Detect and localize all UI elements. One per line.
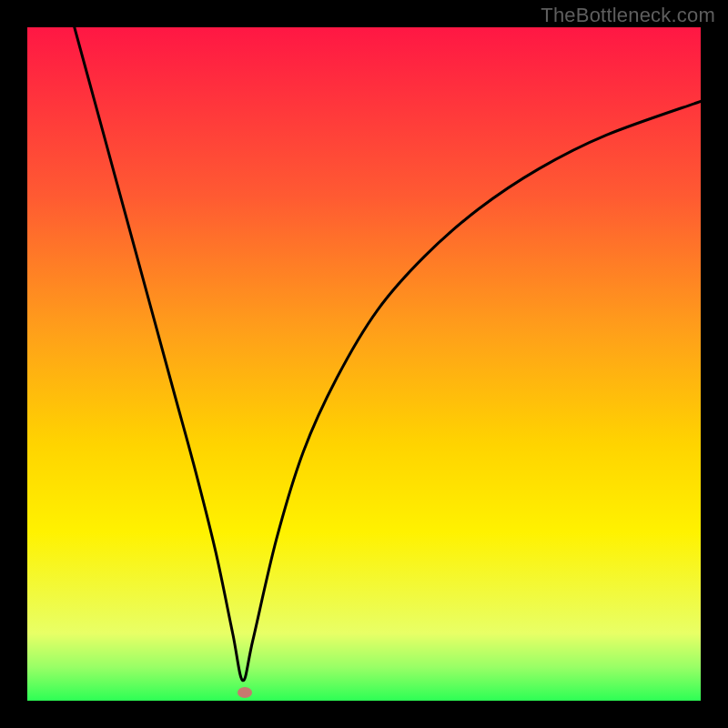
chart-frame: TheBottleneck.com: [0, 0, 728, 728]
plot-area: [27, 27, 701, 701]
bottleneck-curve: [75, 27, 701, 681]
curve-layer: [27, 27, 701, 701]
watermark-text: TheBottleneck.com: [541, 4, 715, 27]
optimum-marker: [238, 687, 252, 698]
